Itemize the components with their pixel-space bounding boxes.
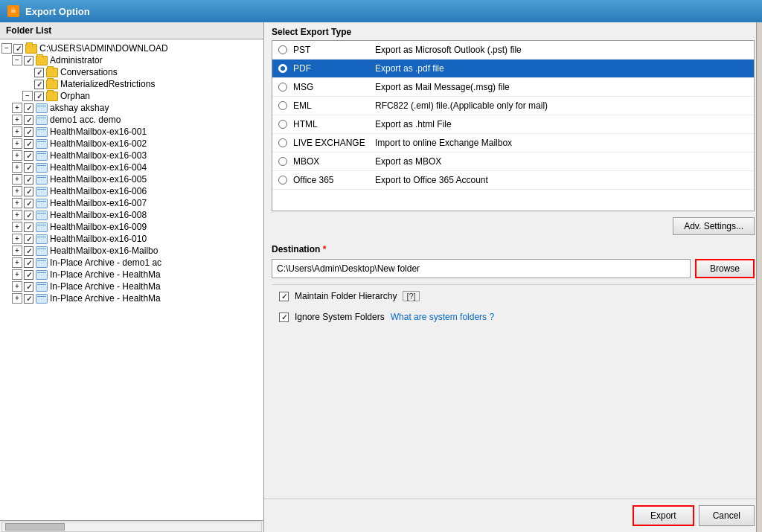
folder-tree-item-demo1[interactable]: +demo1 acc. demo	[0, 114, 263, 126]
expand-btn-inplace2[interactable]: +	[12, 269, 22, 280]
expand-btn-inplace3[interactable]: +	[12, 281, 22, 292]
folder-tree-item-inplace3[interactable]: +In-Place Archive - HealthMa	[0, 281, 263, 292]
export-row-mbox[interactable]: MBOXExport as MBOX	[272, 153, 754, 171]
checkbox-akshay[interactable]	[24, 103, 33, 113]
folder-tree-item-akshay[interactable]: +akshay akshay	[0, 102, 263, 114]
checkbox-inplace1[interactable]	[24, 258, 33, 268]
folder-label-inplace4: In-Place Archive - HealthMa	[50, 293, 161, 304]
folder-tree[interactable]: −C:\USERS\ADMIN\DOWNLOAD−AdministratorCo…	[0, 39, 263, 520]
folder-tree-item-root[interactable]: −C:\USERS\ADMIN\DOWNLOAD	[0, 42, 263, 54]
maintain-hierarchy-checkbox[interactable]	[279, 292, 289, 301]
adv-settings-button[interactable]: Adv. Settings...	[673, 217, 755, 235]
expand-btn-inplace4[interactable]: +	[12, 293, 22, 304]
expand-btn-health008[interactable]: +	[12, 210, 22, 220]
expand-btn-health007[interactable]: +	[12, 198, 22, 208]
expand-btn-health003[interactable]: +	[12, 150, 22, 161]
mailbox-icon-inplace2	[36, 270, 48, 280]
expand-btn-health001[interactable]: +	[12, 126, 22, 137]
expand-btn-healthMailbo[interactable]: +	[12, 246, 22, 256]
checkbox-healthMailbo[interactable]	[24, 246, 33, 256]
expand-btn-demo1[interactable]: +	[12, 115, 22, 125]
folder-tree-item-inplace2[interactable]: +In-Place Archive - HealthMa	[0, 269, 263, 281]
checkbox-conversations[interactable]	[34, 68, 44, 77]
folder-tree-item-health006[interactable]: +HealthMailbox-ex16-006	[0, 185, 263, 197]
checkbox-health006[interactable]	[24, 187, 33, 196]
ignore-system-folders-checkbox[interactable]	[279, 313, 289, 322]
title-bar: Export Option	[0, 0, 762, 22]
what-are-system-folders-link[interactable]: What are system folders ?	[391, 312, 494, 322]
expand-btn-health002[interactable]: +	[12, 138, 22, 149]
folder-tree-item-health008[interactable]: +HealthMailbox-ex16-008	[0, 209, 263, 221]
checkbox-health009[interactable]	[24, 222, 33, 232]
mailbox-icon-inplace3	[36, 282, 48, 292]
maintain-hierarchy-help[interactable]: [?]	[403, 291, 419, 301]
export-row-office365[interactable]: Office 365Export to Office 365 Account	[272, 171, 754, 190]
horizontal-scrollbar[interactable]	[0, 520, 263, 532]
mailbox-icon-health004	[36, 163, 48, 173]
checkbox-health005[interactable]	[24, 175, 33, 185]
mailbox-icon-demo1	[36, 115, 48, 125]
expand-btn-health010[interactable]: +	[12, 234, 22, 244]
folder-tree-item-orphan[interactable]: −Orphan	[0, 90, 263, 102]
checkbox-health010[interactable]	[24, 234, 33, 244]
folder-tree-item-admin[interactable]: −Administrator	[0, 54, 263, 66]
folder-tree-item-inplace1[interactable]: +In-Place Archive - demo1 ac	[0, 257, 263, 269]
expand-btn-inplace1[interactable]: +	[12, 257, 22, 268]
checkbox-inplace4[interactable]	[24, 294, 33, 304]
browse-button[interactable]: Browse	[695, 259, 755, 278]
folder-tree-item-materialized[interactable]: MaterializedRestrictions	[0, 78, 263, 90]
folder-tree-item-health009[interactable]: +HealthMailbox-ex16-009	[0, 221, 263, 233]
export-type-name-html: HTML	[293, 119, 375, 129]
expand-btn-admin[interactable]: −	[12, 55, 22, 65]
destination-row: Browse	[272, 259, 755, 278]
checkbox-health001[interactable]	[24, 127, 33, 137]
checkbox-inplace3[interactable]	[24, 282, 33, 292]
export-type-list[interactable]: PSTExport as Microsoft Outlook (.pst) fi…	[272, 40, 755, 211]
expand-btn-health004[interactable]: +	[12, 162, 22, 173]
folder-tree-item-health005[interactable]: +HealthMailbox-ex16-005	[0, 173, 263, 185]
mailbox-icon-health006	[36, 187, 48, 196]
export-type-desc-msg: Export as Mail Message(.msg) file	[375, 82, 748, 92]
export-row-msg[interactable]: MSGExport as Mail Message(.msg) file	[272, 78, 754, 97]
checkbox-admin[interactable]	[24, 56, 33, 65]
export-row-liveexchange[interactable]: LIVE EXCHANGEImport to online Exchange M…	[272, 134, 754, 153]
checkbox-health003[interactable]	[24, 151, 33, 161]
mailbox-icon-health005	[36, 175, 48, 185]
resize-handle[interactable]	[756, 22, 762, 532]
export-row-html[interactable]: HTMLExport as .html File	[272, 115, 754, 134]
expand-btn-akshay[interactable]: +	[12, 103, 22, 113]
checkbox-health002[interactable]	[24, 139, 33, 149]
folder-tree-item-health002[interactable]: +HealthMailbox-ex16-002	[0, 138, 263, 150]
checkbox-inplace2[interactable]	[24, 270, 33, 280]
export-type-desc-mbox: Export as MBOX	[375, 156, 748, 167]
expand-btn-health005[interactable]: +	[12, 174, 22, 185]
checkbox-materialized[interactable]	[34, 80, 44, 89]
folder-tree-item-healthMailbo[interactable]: +HealthMailbox-ex16-Mailbo	[0, 245, 263, 257]
checkbox-root[interactable]	[13, 44, 23, 54]
expand-btn-orphan[interactable]: −	[22, 91, 33, 101]
folder-tree-item-inplace4[interactable]: +In-Place Archive - HealthMa	[0, 292, 263, 304]
checkbox-health007[interactable]	[24, 199, 33, 208]
checkbox-health008[interactable]	[24, 211, 33, 220]
expand-btn-health009[interactable]: +	[12, 222, 22, 232]
checkbox-health004[interactable]	[24, 163, 33, 173]
expand-btn-health006[interactable]: +	[12, 186, 22, 196]
export-row-pdf[interactable]: PDFExport as .pdf file	[272, 60, 754, 78]
folder-tree-item-health001[interactable]: +HealthMailbox-ex16-001	[0, 126, 263, 138]
folder-tree-item-health003[interactable]: +HealthMailbox-ex16-003	[0, 150, 263, 161]
folder-tree-item-conversations[interactable]: Conversations	[0, 66, 263, 78]
radio-msg	[278, 83, 287, 92]
destination-input[interactable]	[272, 259, 691, 278]
export-row-pst[interactable]: PSTExport as Microsoft Outlook (.pst) fi…	[272, 41, 754, 60]
export-button[interactable]: Export	[633, 505, 694, 526]
folder-tree-item-health004[interactable]: +HealthMailbox-ex16-004	[0, 161, 263, 173]
folder-tree-item-health010[interactable]: +HealthMailbox-ex16-010	[0, 233, 263, 245]
checkbox-orphan[interactable]	[34, 92, 44, 101]
folder-label-health005: HealthMailbox-ex16-005	[50, 174, 147, 185]
export-row-eml[interactable]: EMLRFC822 (.eml) file.(Applicable only f…	[272, 97, 754, 115]
destination-label: Destination *	[272, 244, 755, 254]
expand-btn-root[interactable]: −	[1, 43, 12, 54]
folder-tree-item-health007[interactable]: +HealthMailbox-ex16-007	[0, 197, 263, 209]
checkbox-demo1[interactable]	[24, 115, 33, 125]
cancel-button[interactable]: Cancel	[699, 505, 755, 526]
